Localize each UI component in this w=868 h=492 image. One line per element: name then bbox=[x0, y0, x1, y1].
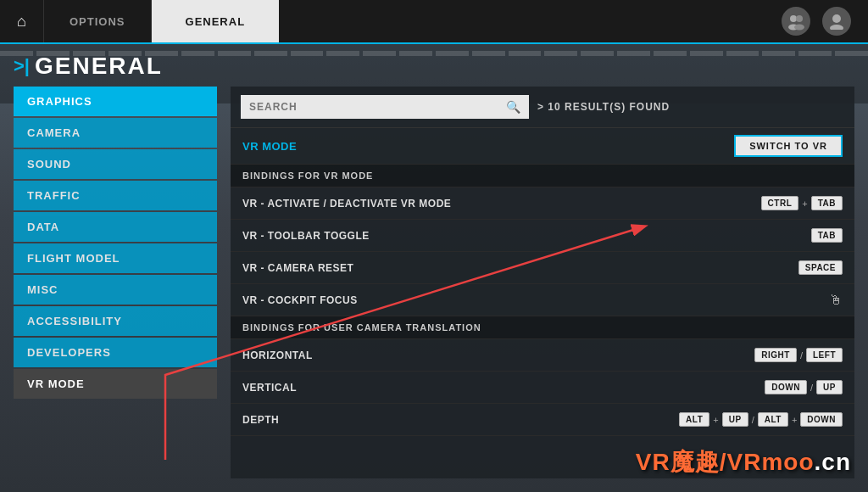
mouse-icon: 🖱 bbox=[829, 293, 843, 308]
content-area: GRAPHICS CAMERA SOUND TRAFFIC DATA FLIGH… bbox=[0, 87, 868, 492]
avatar-group-icon[interactable] bbox=[782, 7, 810, 36]
user-profile-icon[interactable] bbox=[822, 7, 851, 36]
slash-sep3: / bbox=[752, 415, 754, 425]
vr-cockpit-label: VR - COCKPIT FOCUS bbox=[242, 294, 358, 306]
vr-activate-row: VR - ACTIVATE / DEACTIVATE VR MODE CTRL … bbox=[231, 187, 854, 220]
sidebar-item-vr-mode[interactable]: VR MODE bbox=[14, 369, 217, 399]
sidebar-item-sound[interactable]: SOUND bbox=[14, 149, 217, 179]
slash-sep2: / bbox=[810, 383, 813, 393]
sidebar-item-camera[interactable]: CAMERA bbox=[14, 118, 217, 148]
search-input[interactable] bbox=[249, 101, 501, 113]
home-button[interactable]: ⌂ bbox=[0, 0, 44, 42]
horizontal-row: HORIZONTAL RIGHT / LEFT bbox=[231, 339, 854, 372]
watermark-text2: .cn bbox=[815, 449, 851, 475]
sidebar-item-flight-model[interactable]: FLIGHT MODEL bbox=[14, 243, 217, 273]
down-key2: DOWN bbox=[800, 412, 843, 427]
vr-camera-reset-row: VR - CAMERA RESET SPACE bbox=[231, 252, 854, 284]
alt-key: ALT bbox=[679, 412, 709, 427]
vr-toolbar-row: VR - TOOLBAR TOGGLE TAB bbox=[231, 220, 854, 252]
search-bar: 🔍 > 10 RESULT(S) FOUND bbox=[231, 87, 854, 128]
up-key2: UP bbox=[722, 412, 748, 427]
general-tab[interactable]: GENERAL bbox=[152, 0, 280, 42]
search-icon: 🔍 bbox=[506, 100, 520, 114]
svg-point-3 bbox=[794, 25, 804, 31]
space-key: SPACE bbox=[798, 260, 843, 275]
vr-toolbar-label: VR - TOOLBAR TOGGLE bbox=[242, 230, 370, 242]
svg-point-1 bbox=[796, 15, 803, 22]
right-key: RIGHT bbox=[754, 348, 797, 362]
vr-activate-keybind: CTRL + TAB bbox=[761, 196, 843, 210]
sidebar-item-traffic[interactable]: TRAFFIC bbox=[14, 181, 217, 210]
top-bar: ⌂ OPTIONS GENERAL bbox=[0, 0, 868, 44]
plus-sep3: + bbox=[792, 415, 797, 425]
vr-toolbar-keybind: TAB bbox=[811, 228, 843, 243]
plus-sep2: + bbox=[713, 415, 718, 425]
sidebar-item-data[interactable]: DATA bbox=[14, 212, 217, 242]
sidebar-item-accessibility[interactable]: ACCESSIBILITY bbox=[14, 306, 217, 336]
svg-point-5 bbox=[830, 25, 843, 30]
horizontal-keybind: RIGHT / LEFT bbox=[754, 348, 843, 362]
vr-cockpit-row: VR - COCKPIT FOCUS 🖱 bbox=[231, 284, 854, 316]
header-arrow: >| bbox=[14, 55, 30, 77]
svg-point-4 bbox=[832, 14, 841, 23]
main-area: >| GENERAL GRAPHICS CAMERA SOUND TRAFFIC… bbox=[0, 44, 868, 492]
vr-mode-label: VR MODE bbox=[242, 140, 297, 153]
depth-label: DEPTH bbox=[242, 414, 279, 426]
bindings-camera-header: BINDINGS FOR USER CAMERA TRANSLATION bbox=[231, 316, 854, 339]
page-header: >| GENERAL bbox=[0, 44, 868, 87]
vr-camera-reset-keybind: SPACE bbox=[798, 260, 843, 275]
depth-keybind: ALT + UP / ALT + DOWN bbox=[679, 412, 843, 427]
left-key: LEFT bbox=[806, 348, 843, 362]
sidebar-item-graphics[interactable]: GRAPHICS bbox=[14, 87, 217, 116]
options-tab[interactable]: OPTIONS bbox=[44, 0, 152, 42]
settings-content: VR MODE SWITCH TO VR BINDINGS FOR VR MOD… bbox=[231, 128, 854, 478]
vertical-keybind: DOWN / UP bbox=[765, 380, 843, 394]
vr-cockpit-keybind: 🖱 bbox=[829, 293, 843, 308]
page-title: GENERAL bbox=[35, 53, 163, 80]
switch-to-vr-button[interactable]: SWITCH TO VR bbox=[734, 135, 843, 157]
main-panel: 🔍 > 10 RESULT(S) FOUND VR MODE SWITCH TO… bbox=[231, 87, 854, 478]
tab-key: TAB bbox=[811, 196, 843, 210]
vertical-label: VERTICAL bbox=[242, 382, 297, 394]
watermark: VR魔趣/VRmoo.cn bbox=[636, 446, 851, 478]
bindings-vr-header: BINDINGS FOR VR MODE bbox=[231, 165, 854, 187]
top-bar-icons bbox=[782, 0, 868, 42]
ctrl-key: CTRL bbox=[761, 196, 799, 210]
search-input-wrap[interactable]: 🔍 bbox=[241, 95, 529, 119]
down-key: DOWN bbox=[765, 380, 807, 394]
tab-key2: TAB bbox=[811, 228, 843, 243]
vr-activate-label: VR - ACTIVATE / DEACTIVATE VR MODE bbox=[242, 198, 451, 210]
up-key: UP bbox=[816, 380, 843, 394]
general-tab-label: GENERAL bbox=[186, 15, 246, 28]
sidebar: GRAPHICS CAMERA SOUND TRAFFIC DATA FLIGH… bbox=[14, 87, 217, 478]
vr-mode-row[interactable]: VR MODE SWITCH TO VR bbox=[231, 128, 854, 165]
depth-row: DEPTH ALT + UP / ALT + DOWN bbox=[231, 404, 854, 436]
watermark-text1: VR魔趣/VRmoo bbox=[636, 449, 815, 475]
svg-point-0 bbox=[790, 15, 797, 22]
alt-key2: ALT bbox=[758, 412, 788, 427]
sidebar-item-developers[interactable]: DEVELOPERS bbox=[14, 338, 217, 367]
sidebar-item-misc[interactable]: MISC bbox=[14, 275, 217, 305]
results-found-label: > 10 RESULT(S) FOUND bbox=[537, 101, 670, 113]
vertical-row: VERTICAL DOWN / UP bbox=[231, 372, 854, 404]
home-icon: ⌂ bbox=[17, 13, 26, 31]
plus-sep: + bbox=[802, 198, 807, 209]
vr-camera-reset-label: VR - CAMERA RESET bbox=[242, 262, 353, 274]
options-label: OPTIONS bbox=[70, 15, 125, 28]
slash-sep1: / bbox=[800, 350, 803, 361]
horizontal-label: HORIZONTAL bbox=[242, 349, 313, 361]
